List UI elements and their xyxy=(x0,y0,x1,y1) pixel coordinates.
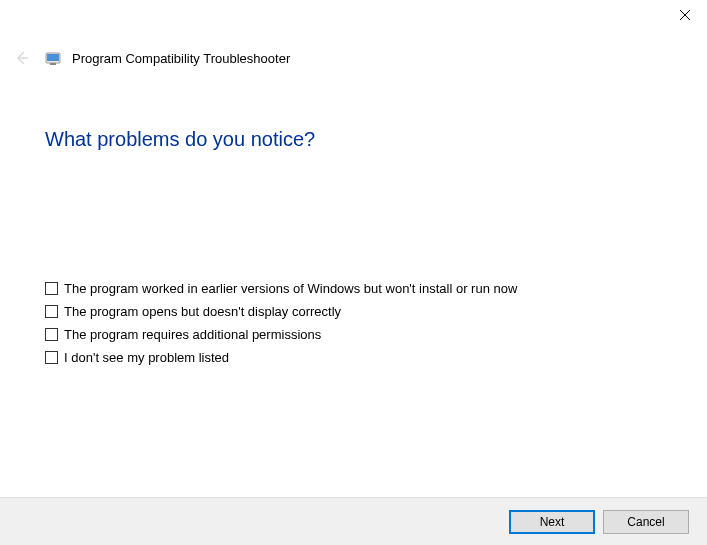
wizard-title: Program Compatibility Troubleshooter xyxy=(72,51,290,66)
option-label: The program worked in earlier versions o… xyxy=(64,281,517,296)
svg-rect-5 xyxy=(50,63,56,65)
checkbox-icon[interactable] xyxy=(45,351,58,364)
page-heading: What problems do you notice? xyxy=(45,128,662,151)
option-label: The program requires additional permissi… xyxy=(64,327,321,342)
option-list: The program worked in earlier versions o… xyxy=(45,281,662,365)
option-label: The program opens but doesn't display co… xyxy=(64,304,341,319)
checkbox-icon[interactable] xyxy=(45,305,58,318)
next-button[interactable]: Next xyxy=(509,510,595,534)
wizard-header: Program Compatibility Troubleshooter xyxy=(0,36,707,70)
option-display-incorrect[interactable]: The program opens but doesn't display co… xyxy=(45,304,662,319)
option-additional-permissions[interactable]: The program requires additional permissi… xyxy=(45,327,662,342)
troubleshooter-icon xyxy=(44,49,62,67)
cancel-button[interactable]: Cancel xyxy=(603,510,689,534)
option-label: I don't see my problem listed xyxy=(64,350,229,365)
checkbox-icon[interactable] xyxy=(45,282,58,295)
close-icon xyxy=(680,10,690,20)
option-earlier-versions[interactable]: The program worked in earlier versions o… xyxy=(45,281,662,296)
close-button[interactable] xyxy=(662,0,707,30)
back-button xyxy=(10,46,34,70)
svg-rect-4 xyxy=(47,54,59,61)
checkbox-icon[interactable] xyxy=(45,328,58,341)
back-arrow-icon xyxy=(13,49,31,67)
content-area: What problems do you notice? The program… xyxy=(0,70,707,365)
footer: Next Cancel xyxy=(0,497,707,545)
titlebar xyxy=(0,0,707,36)
option-not-listed[interactable]: I don't see my problem listed xyxy=(45,350,662,365)
